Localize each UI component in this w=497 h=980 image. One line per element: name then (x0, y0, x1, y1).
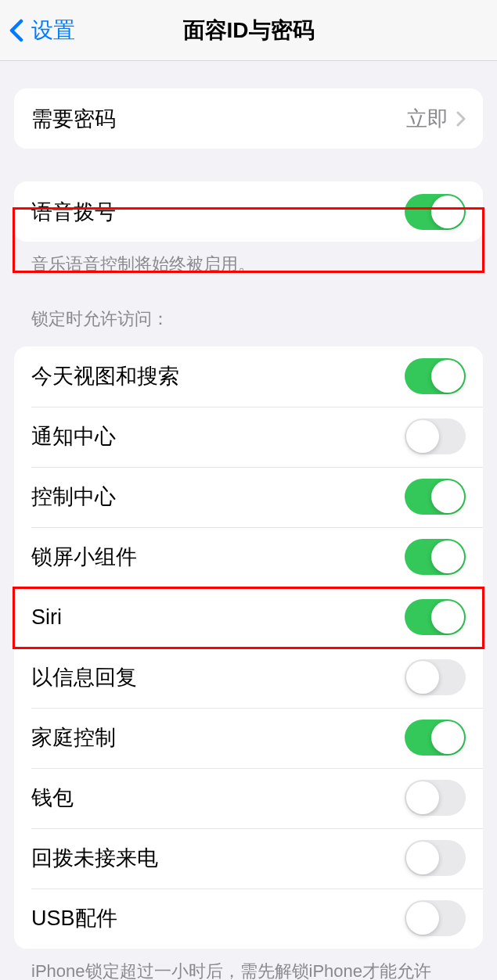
locked-access-toggle[interactable] (405, 840, 466, 876)
toggle-knob (431, 480, 464, 513)
toggle-knob (431, 360, 464, 393)
locked-access-row: 钱包 (14, 768, 483, 828)
locked-access-label: 锁屏小组件 (31, 543, 405, 571)
voice-dial-group: 语音拨号 (14, 181, 483, 242)
locked-access-row: 回拨未接来电 (14, 828, 483, 888)
navigation-header: 设置 面容ID与密码 (0, 0, 497, 61)
locked-access-label: 以信息回复 (31, 663, 405, 691)
back-button[interactable]: 设置 (0, 16, 75, 45)
toggle-knob (406, 661, 439, 694)
toggle-knob (431, 601, 464, 634)
toggle-knob (431, 540, 464, 573)
locked-access-label: 通知中心 (31, 422, 405, 451)
locked-access-row: 通知中心 (14, 407, 483, 467)
locked-access-row: Siri (14, 587, 483, 648)
require-passcode-group: 需要密码 立即 (14, 88, 483, 149)
locked-access-toggle[interactable] (405, 418, 466, 454)
locked-access-label: USB配件 (31, 904, 405, 932)
require-passcode-value: 立即 (406, 105, 448, 133)
locked-access-row: 控制中心 (14, 467, 483, 527)
locked-access-row: 以信息回复 (14, 648, 483, 708)
require-passcode-label: 需要密码 (31, 105, 406, 133)
locked-access-row: 今天视图和搜索 (14, 346, 483, 407)
voice-dial-footer: 音乐语音控制将始终被启用。 (14, 242, 483, 276)
back-label: 设置 (31, 16, 75, 45)
locked-access-toggle[interactable] (405, 479, 466, 515)
locked-access-toggle[interactable] (405, 539, 466, 575)
locked-access-label: Siri (31, 605, 405, 630)
locked-access-footer: iPhone锁定超过一小时后，需先解锁iPhone才能允许USB配件连接。 (14, 949, 483, 980)
toggle-knob (431, 196, 464, 228)
voice-dial-label: 语音拨号 (31, 198, 405, 226)
locked-access-toggle[interactable] (405, 900, 466, 936)
voice-dial-toggle[interactable] (405, 194, 466, 230)
toggle-knob (406, 842, 439, 874)
locked-access-toggle[interactable] (405, 599, 466, 635)
locked-access-label: 今天视图和搜索 (31, 362, 405, 390)
require-passcode-row[interactable]: 需要密码 立即 (14, 88, 483, 149)
locked-access-toggle[interactable] (405, 780, 466, 816)
chevron-left-icon (9, 19, 23, 42)
toggle-knob (406, 902, 439, 935)
locked-access-label: 回拨未接来电 (31, 844, 405, 872)
locked-access-toggle[interactable] (405, 720, 466, 756)
toggle-knob (431, 721, 464, 754)
locked-access-label: 家庭控制 (31, 723, 405, 752)
locked-access-toggle[interactable] (405, 358, 466, 394)
locked-access-label: 控制中心 (31, 483, 405, 511)
voice-dial-row: 语音拨号 (14, 181, 483, 242)
toggle-knob (406, 781, 439, 814)
locked-access-row: 锁屏小组件 (14, 527, 483, 587)
toggle-knob (406, 420, 439, 453)
locked-access-row: USB配件 (14, 888, 483, 949)
locked-access-toggle[interactable] (405, 659, 466, 695)
locked-access-row: 家庭控制 (14, 708, 483, 768)
locked-access-group: 今天视图和搜索通知中心控制中心锁屏小组件Siri以信息回复家庭控制钱包回拨未接来… (14, 346, 483, 949)
locked-access-header: 锁定时允许访问： (14, 307, 483, 337)
chevron-right-icon (456, 111, 466, 127)
locked-access-label: 钱包 (31, 784, 405, 812)
